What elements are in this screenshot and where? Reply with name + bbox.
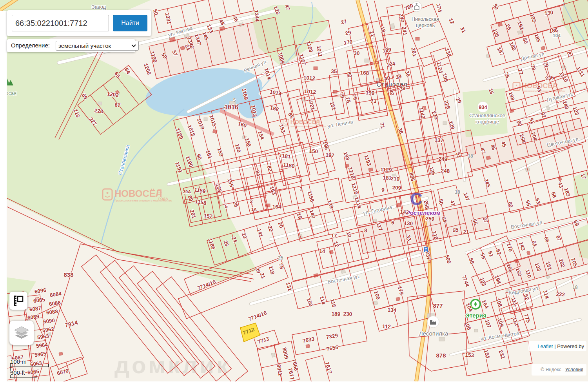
parcel-label: 878 — [436, 352, 446, 359]
parcel-label: 230 — [343, 311, 352, 317]
poi-label: Лесопилка — [419, 330, 448, 337]
yandex-attribution: © Яндекс Условия — [532, 364, 586, 376]
parcel-label: 80 — [346, 71, 353, 78]
definition-select[interactable]: земельный участок — [56, 41, 139, 51]
yandex-copyright: © Яндекс — [541, 367, 561, 372]
left-edge-strip — [0, 11, 7, 381]
parcel-label: 1344 — [253, 9, 260, 22]
search-input[interactable] — [12, 15, 109, 31]
parcel-label: 50 — [437, 198, 444, 205]
parcel-label: 157 — [203, 212, 213, 220]
cemetery-badge: 934 — [477, 102, 488, 113]
parcel-label: 249 — [438, 156, 447, 162]
parcel-label: 199 — [382, 47, 392, 54]
parcel-label: 130 — [404, 220, 413, 227]
parcel-label: 259 — [425, 216, 434, 222]
parcel-label: 17 — [331, 232, 337, 239]
poi-label: осая — [5, 90, 16, 96]
svg-text:934: 934 — [479, 104, 487, 110]
poi-label: Ростелеком — [406, 209, 441, 216]
definition-panel: Определение: земельный участок — [7, 39, 135, 52]
parcel-label: 14 — [319, 248, 325, 254]
poi-label: Завод — [92, 4, 106, 10]
parcel-label: 35 — [331, 68, 337, 74]
chevron-down-icon — [131, 44, 136, 47]
parcel-label: 29 — [345, 29, 352, 36]
parcel-label: 39А — [183, 189, 191, 194]
scale-meters: 100 m — [10, 358, 27, 365]
poi-label: Этерия — [465, 312, 486, 319]
parcel-label: 1012 — [303, 74, 315, 81]
parcel-label: 142 — [400, 209, 409, 215]
parcel-label: 18 — [572, 285, 578, 290]
ruler-icon — [13, 295, 24, 307]
parcel-label: 210 — [390, 176, 399, 182]
domklik-watermark: домклик — [114, 352, 230, 378]
parcel-label: 150 — [309, 148, 318, 154]
parcel-label: 67 — [114, 102, 121, 109]
parcel-label: 199 — [365, 90, 375, 96]
layers-icon — [13, 325, 30, 341]
parcel-label: 25 — [278, 255, 283, 261]
parcel-label: 1А — [251, 207, 257, 212]
parcel-label: 1129 — [380, 167, 392, 173]
sawmill-icon — [427, 316, 439, 328]
parcel-label: 5 — [233, 98, 236, 103]
parcel-label: 18 — [455, 189, 460, 195]
bottom-band — [0, 381, 588, 392]
parcel-label: 104 — [553, 33, 561, 38]
parcel-label: 228 — [94, 107, 104, 114]
parcel-label: 197 — [325, 152, 334, 158]
parcel-label: 236 — [545, 74, 555, 82]
cadastral-map-app: домкликНОВОСЁЛПрофессиональные операции … — [0, 0, 588, 392]
search-button[interactable]: Найти — [113, 15, 147, 31]
parcel-label: 55 — [452, 227, 459, 233]
parcel-label: 9 — [381, 187, 385, 193]
parcel-label: 838 — [64, 271, 73, 278]
parcel-label: 134 — [387, 307, 397, 313]
parcel-label: 18 — [468, 153, 473, 159]
parcel-label: 3 — [299, 186, 303, 192]
parcel-label: 189 — [331, 311, 340, 317]
parcel-label: 209 — [392, 185, 401, 191]
parcel-label: 21 — [463, 229, 469, 235]
scale-control: 100 m 300 ft — [7, 358, 58, 381]
parcel-label: 5 — [225, 203, 228, 209]
scale-feet: 300 ft — [10, 369, 25, 376]
parcel-label: 112 — [382, 323, 391, 330]
parcel-label: 8 — [364, 227, 368, 233]
parcel-label: 30 — [354, 50, 359, 56]
parcel-label: 39 — [399, 85, 406, 92]
rostelecom-icon: С — [410, 189, 423, 209]
svg-text:ГОДА: ГОДА — [158, 197, 168, 201]
parcel-label: 1016 — [224, 104, 238, 111]
parcel-label: 877 — [433, 302, 443, 309]
parcel-label: 130 — [544, 9, 554, 16]
parcel-label: 222 — [556, 291, 565, 298]
parcel-label: 153 — [465, 352, 474, 358]
definition-label: Определение: — [11, 42, 50, 49]
parcel-label: 2 — [250, 198, 253, 204]
leaflet-link[interactable]: Leaflet — [537, 343, 553, 349]
terms-link[interactable]: Условия — [565, 367, 583, 372]
parcel-label: 6 — [391, 220, 395, 225]
search-panel: Найти — [7, 10, 151, 36]
parcel-label: 1012 — [304, 88, 316, 95]
definition-select-value: земельный участок — [58, 42, 111, 49]
measure-button[interactable] — [9, 292, 27, 310]
leaflet-attribution: Leaflet | Powered by — [528, 341, 586, 351]
parcel-label: 137 — [434, 137, 443, 143]
parcel-label: 248 — [441, 168, 450, 174]
map-canvas[interactable]: домкликНОВОСЁЛПрофессиональные операции … — [0, 0, 588, 381]
parcel-label: 170 — [343, 39, 353, 46]
parcel-label: 73 — [370, 98, 377, 104]
parcel-label: 164 — [272, 204, 281, 210]
layers-button[interactable] — [9, 321, 34, 345]
svg-text:НОВОСЁЛ: НОВОСЁЛ — [114, 188, 162, 199]
parcel-label: 168 — [360, 70, 369, 76]
powered-by-text: | Powered by — [554, 343, 584, 349]
